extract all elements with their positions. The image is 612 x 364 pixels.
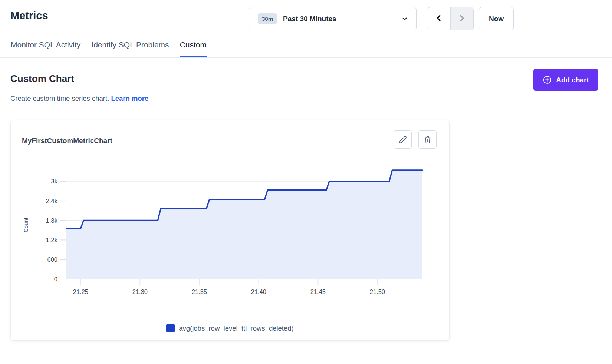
metrics-page: Metrics 30m Past 30 Minutes Now Monitor … <box>0 0 612 364</box>
chevron-down-icon <box>401 16 408 22</box>
svg-text:21:30: 21:30 <box>132 288 148 295</box>
svg-text:3k: 3k <box>51 178 58 185</box>
next-time-button[interactable] <box>451 7 474 30</box>
svg-text:21:45: 21:45 <box>310 288 326 295</box>
legend-divider <box>22 315 438 315</box>
edit-chart-button[interactable] <box>394 130 412 149</box>
page-title: Metrics <box>10 10 48 22</box>
svg-text:21:40: 21:40 <box>251 288 266 295</box>
tab-custom[interactable]: Custom <box>180 37 207 57</box>
pencil-icon <box>399 136 407 144</box>
chart-title: MyFirstCustomMetricChart <box>22 137 112 145</box>
svg-text:21:50: 21:50 <box>370 288 385 295</box>
svg-text:21:35: 21:35 <box>192 288 207 295</box>
time-range-label: Past 30 Minutes <box>283 15 336 23</box>
custom-chart-card: MyFirstCustomMetricChart 06001.2k1.8k2.4… <box>10 120 450 341</box>
svg-text:21:25: 21:25 <box>73 288 88 295</box>
now-button[interactable]: Now <box>479 7 514 30</box>
chart-legend-item[interactable]: avg(jobs_row_level_ttl_rows_deleted) <box>11 324 449 332</box>
custom-chart-svg: 06001.2k1.8k2.4k3k21:2521:3021:3521:4021… <box>11 156 450 304</box>
tab-monitor-sql-activity[interactable]: Monitor SQL Activity <box>10 37 81 57</box>
svg-text:600: 600 <box>47 256 57 263</box>
legend-swatch <box>166 324 175 332</box>
tab-identify-sql-problems[interactable]: Identify SQL Problems <box>91 37 169 57</box>
plus-circle-icon <box>543 75 552 85</box>
section-title: Custom Chart <box>10 73 74 85</box>
svg-text:Count: Count <box>23 217 29 232</box>
time-nav-group <box>427 7 474 30</box>
time-range-selector[interactable]: 30m Past 30 Minutes <box>249 7 417 30</box>
trash-icon <box>424 136 432 144</box>
prev-time-button[interactable] <box>427 7 451 30</box>
svg-text:1.8k: 1.8k <box>46 217 58 224</box>
chevron-left-icon <box>435 14 443 24</box>
svg-text:1.2k: 1.2k <box>46 236 58 243</box>
add-chart-button[interactable]: Add chart <box>533 69 598 91</box>
svg-text:2.4k: 2.4k <box>46 198 58 204</box>
subtitle-text: Create custom time series chart. <box>10 95 109 102</box>
svg-text:0: 0 <box>54 276 57 282</box>
delete-chart-button[interactable] <box>418 130 437 149</box>
time-range-badge: 30m <box>258 13 277 24</box>
add-chart-label: Add chart <box>556 76 589 84</box>
learn-more-link[interactable]: Learn more <box>111 95 148 102</box>
chevron-right-icon <box>458 14 466 24</box>
legend-label: avg(jobs_row_level_ttl_rows_deleted) <box>179 324 294 332</box>
tab-bar: Monitor SQL Activity Identify SQL Proble… <box>0 37 612 58</box>
section-subtitle: Create custom time series chart. Learn m… <box>10 95 148 103</box>
chart-plot-area[interactable]: 06001.2k1.8k2.4k3k21:2521:3021:3521:4021… <box>11 156 450 304</box>
